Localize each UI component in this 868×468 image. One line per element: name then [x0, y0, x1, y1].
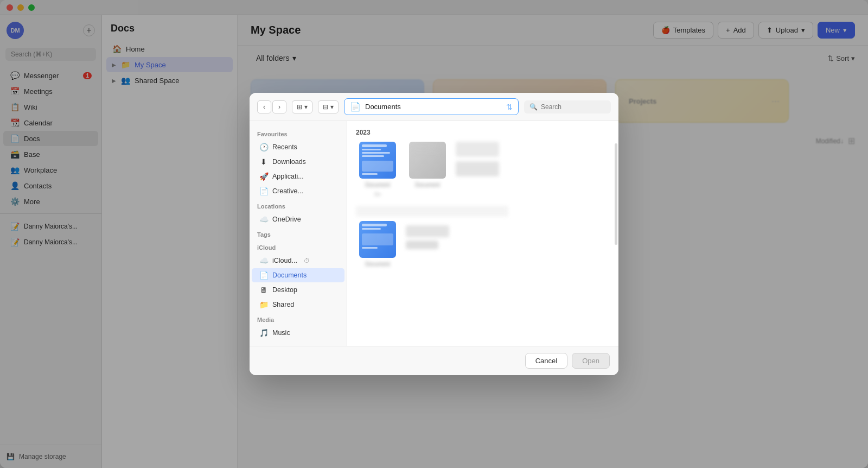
- file-name-1: Document: [365, 182, 390, 188]
- open-button[interactable]: Open: [572, 353, 610, 369]
- picker-location-arrows: ⇅: [506, 103, 513, 111]
- picker-item-recents-label: Recents: [272, 143, 297, 151]
- picker-sidebar: Favourites 🕐 Recents ⬇ Downloads 🚀 Appli…: [250, 121, 347, 346]
- picker-back-button[interactable]: ‹: [257, 100, 271, 113]
- file-picker-dialog: ‹ › ⊞ ▾ ⊟ ▾ 📄 Documents ⇅ 🔍: [250, 93, 618, 375]
- picker-year-section: 2023: [356, 129, 610, 136]
- picker-toolbar: ‹ › ⊞ ▾ ⊟ ▾ 📄 Documents ⇅ 🔍: [250, 93, 618, 121]
- creative-icon: 📄: [259, 187, 268, 195]
- picker-scrollbar[interactable]: [615, 143, 617, 244]
- picker-item-documents-label: Documents: [272, 271, 307, 279]
- empty-row: [356, 206, 508, 217]
- picker-item-creative-label: Creative...: [272, 187, 303, 195]
- downloads-icon: ⬇: [259, 157, 268, 166]
- picker-list-view-button[interactable]: ⊟ ▾: [318, 100, 339, 113]
- locations-section-label: Locations: [250, 199, 347, 212]
- shared-icon: 📁: [259, 300, 268, 309]
- onedrive-icon: ☁️: [259, 215, 268, 224]
- file-name-4: Document: [365, 261, 390, 267]
- picker-file-group-3: [456, 142, 499, 197]
- picker-item-downloads-label: Downloads: [272, 158, 306, 166]
- picker-file-1[interactable]: Document file: [356, 142, 399, 197]
- picker-location[interactable]: 📄 Documents ⇅: [344, 98, 519, 115]
- modal-overlay: ‹ › ⊞ ▾ ⊟ ▾ 📄 Documents ⇅ 🔍: [0, 0, 868, 468]
- picker-icon-view-button[interactable]: ⊞ ▾: [292, 100, 312, 113]
- picker-item-onedrive-label: OneDrive: [272, 216, 301, 223]
- file-thumb-5a: [406, 225, 449, 237]
- media-section-label: Media: [250, 312, 347, 325]
- picker-nav-buttons: ‹ ›: [257, 100, 286, 113]
- file-thumb-1: [359, 142, 396, 179]
- picker-item-shared[interactable]: 📁 Shared: [252, 298, 344, 312]
- tags-section-label: Tags: [250, 227, 347, 240]
- icloud-section-label: iCloud: [250, 240, 347, 253]
- music-icon: 🎵: [259, 328, 268, 337]
- picker-main-content: 2023: [347, 121, 618, 346]
- picker-item-applications-label: Applicati...: [272, 173, 304, 180]
- picker-item-applications[interactable]: 🚀 Applicati...: [252, 169, 344, 184]
- picker-footer: Cancel Open: [250, 346, 618, 375]
- picker-file-4[interactable]: Document: [356, 221, 399, 267]
- favourites-section-label: Favourites: [250, 127, 347, 140]
- picker-location-text: Documents: [365, 103, 502, 111]
- file-thumb-4: [359, 221, 396, 258]
- picker-item-documents[interactable]: 📄 Documents: [252, 268, 344, 282]
- picker-item-creative[interactable]: 📄 Creative...: [252, 184, 344, 198]
- file-thumb-inner-4: [359, 221, 396, 258]
- picker-file-group-5: [406, 225, 449, 267]
- picker-files-row2: Document: [356, 221, 610, 267]
- picker-item-music[interactable]: 🎵 Music: [252, 326, 344, 340]
- icloud-loading-icon: ⏱: [304, 257, 310, 264]
- search-magnifier-icon: 🔍: [529, 103, 538, 111]
- picker-item-icloud-label: iCloud...: [272, 257, 297, 264]
- picker-item-desktop[interactable]: 🖥 Desktop: [252, 283, 344, 297]
- cancel-button[interactable]: Cancel: [525, 353, 567, 369]
- list-view-icon: ⊟: [323, 103, 328, 111]
- file-name-2: Document: [415, 182, 440, 188]
- applications-icon: 🚀: [259, 172, 268, 181]
- file-thumb-3-bottom: [456, 161, 499, 176]
- file-thumb-inner-2: [409, 142, 446, 179]
- picker-search-input[interactable]: [541, 103, 605, 111]
- picker-item-shared-label: Shared: [272, 301, 294, 308]
- icon-view-chevron: ▾: [304, 103, 308, 111]
- location-folder-icon: 📄: [350, 102, 361, 112]
- picker-item-music-label: Music: [272, 329, 290, 337]
- file-thumb-5b: [406, 241, 438, 249]
- documents-folder-icon: 📄: [259, 271, 268, 280]
- picker-files-row1: Document file Document: [356, 142, 610, 197]
- icon-view-icon: ⊞: [297, 103, 302, 111]
- file-sub-1: file: [374, 191, 381, 197]
- file-thumb-inner-1: [359, 142, 396, 179]
- picker-body: Favourites 🕐 Recents ⬇ Downloads 🚀 Appli…: [250, 121, 618, 346]
- picker-forward-button[interactable]: ›: [272, 100, 286, 113]
- picker-item-desktop-label: Desktop: [272, 286, 297, 294]
- recents-icon: 🕐: [259, 143, 268, 151]
- picker-search-box[interactable]: 🔍: [524, 100, 611, 113]
- file-thumb-2: [409, 142, 446, 179]
- picker-item-onedrive[interactable]: ☁️ OneDrive: [252, 212, 344, 226]
- desktop-icon: 🖥: [259, 286, 268, 294]
- picker-item-recents[interactable]: 🕐 Recents: [252, 140, 344, 154]
- picker-item-downloads[interactable]: ⬇ Downloads: [252, 155, 344, 169]
- file-thumb-3-top: [456, 142, 499, 157]
- picker-item-icloud[interactable]: ☁️ iCloud... ⏱: [252, 254, 344, 268]
- list-view-chevron: ▾: [330, 103, 334, 111]
- icloud-icon: ☁️: [259, 256, 268, 265]
- picker-file-2[interactable]: Document: [406, 142, 449, 197]
